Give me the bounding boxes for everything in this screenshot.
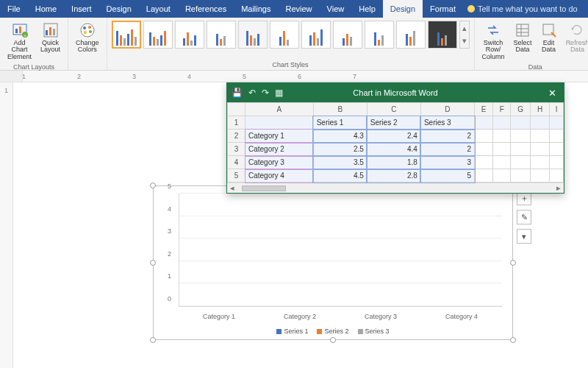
resize-handle[interactable] (150, 183, 156, 188)
change-colors-button[interactable]: Change Colors (73, 21, 102, 55)
chart-style-9[interactable] (365, 21, 394, 49)
refresh-data-button[interactable]: Refresh Data (563, 21, 588, 55)
tab-chart-format[interactable]: Format (423, 0, 463, 18)
resize-handle[interactable] (330, 337, 336, 343)
svg-text:+: + (24, 33, 26, 38)
plus-icon: ＋ (520, 193, 528, 204)
svg-rect-14 (517, 24, 528, 36)
svg-point-12 (89, 30, 92, 33)
select-data-icon (514, 22, 531, 38)
chart-data-grid[interactable]: ABCDEFGHI1Series 1Series 2Series 32Categ… (227, 102, 564, 183)
ribbon: + Add Chart Element Quick Layout Chart L… (0, 18, 588, 71)
chart-x-axis-labels: Category 1Category 2Category 3Category 4 (179, 313, 502, 320)
select-data-button[interactable]: Select Data (511, 21, 535, 55)
tab-file[interactable]: File (0, 0, 28, 18)
ruler-vertical: 1 (0, 82, 13, 368)
tab-chart-design[interactable]: Design (383, 0, 423, 18)
tab-design[interactable]: Design (99, 0, 139, 18)
chart-styles-gallery: ▴▾ (112, 21, 470, 49)
tab-view[interactable]: View (320, 0, 352, 18)
chart-legend: Series 1 Series 2 Series 3 (154, 328, 512, 335)
chart-style-10[interactable] (396, 21, 426, 49)
edit-data-icon (541, 22, 557, 38)
chart-data-titlebar[interactable]: 💾 ↶ ↷ ▦ Chart in Microsoft Word ✕ (227, 83, 564, 102)
chevron-up-icon: ▴ (462, 24, 467, 33)
add-chart-element-button[interactable]: + Add Chart Element (4, 21, 35, 62)
refresh-icon (569, 22, 585, 38)
chart-style-4[interactable] (207, 21, 236, 49)
svg-point-9 (81, 24, 94, 37)
tab-mailings[interactable]: Mailings (234, 0, 278, 18)
chart-object[interactable]: ＋ ✎ ▾ 012345 Category 1Category 2Categor… (153, 185, 513, 340)
scroll-left-icon[interactable]: ◂ (227, 183, 237, 193)
tab-references[interactable]: References (178, 0, 234, 18)
chart-style-2[interactable] (143, 21, 173, 49)
document-page[interactable]: ＋ ✎ ▾ 012345 Category 1Category 2Categor… (13, 82, 588, 368)
chart-style-11[interactable] (428, 21, 457, 49)
tab-help[interactable]: Help (351, 0, 383, 18)
chart-styles-more[interactable]: ▴▾ (459, 21, 470, 49)
tab-layout[interactable]: Layout (139, 0, 178, 18)
chart-data-window[interactable]: 💾 ↶ ↷ ▦ Chart in Microsoft Word ✕ ABCDEF… (226, 82, 564, 194)
svg-point-11 (88, 26, 91, 29)
tell-me-search[interactable]: Tell me what you want to do (467, 0, 578, 18)
chart-data-title: Chart in Microsoft Word (227, 88, 564, 97)
brush-icon: ✎ (521, 213, 528, 222)
chevron-down-icon: ▾ (462, 36, 467, 46)
chart-plot-area: 012345 (179, 194, 502, 307)
palette-icon (79, 22, 96, 38)
chart-data-scrollbar[interactable]: ◂ ▸ (227, 183, 564, 193)
tab-review[interactable]: Review (279, 0, 320, 18)
chart-filters-button[interactable]: ▾ (517, 229, 531, 244)
resize-handle[interactable] (510, 337, 516, 343)
ruler-horizontal: 1 2 3 4 5 6 7 (0, 71, 588, 82)
quick-layout-button[interactable]: Quick Layout (37, 21, 63, 55)
group-label-layouts: Chart Layouts (13, 63, 54, 71)
svg-rect-7 (49, 27, 51, 35)
group-chart-layouts: + Add Chart Element Quick Layout Chart L… (0, 18, 68, 70)
workspace: 1 ＋ ✎ ▾ 012345 Category 1Category 2Categ… (0, 82, 588, 368)
chart-style-7[interactable] (301, 21, 331, 49)
chart-style-6[interactable] (270, 21, 299, 49)
bulb-icon (467, 5, 475, 13)
tab-home[interactable]: Home (28, 0, 64, 18)
group-data: Switch Row/ Column Select Data Edit Data… (475, 18, 588, 70)
svg-rect-6 (46, 30, 48, 35)
group-label-data: Data (528, 63, 542, 71)
svg-rect-8 (53, 29, 55, 35)
group-change-colors: Change Colors (68, 18, 107, 70)
chart-style-1[interactable] (112, 21, 141, 49)
group-chart-styles: ▴▾ Chart Styles (107, 18, 475, 70)
add-chart-element-icon: + (12, 22, 28, 38)
svg-point-10 (83, 26, 86, 29)
switch-row-column-button[interactable]: Switch Row/ Column (479, 21, 508, 62)
edit-data-button[interactable]: Edit Data (538, 21, 560, 55)
resize-handle[interactable] (150, 260, 156, 266)
chart-style-5[interactable] (238, 21, 268, 49)
menu-tabs: File Home Insert Design Layout Reference… (0, 0, 588, 18)
resize-handle[interactable] (510, 260, 516, 266)
svg-point-13 (84, 31, 87, 34)
tab-insert[interactable]: Insert (64, 0, 99, 18)
funnel-icon: ▾ (522, 232, 526, 241)
chart-style-8[interactable] (333, 21, 362, 49)
resize-handle[interactable] (150, 337, 156, 343)
tell-me-label: Tell me what you want to do (478, 4, 578, 13)
scroll-right-icon[interactable]: ▸ (553, 183, 564, 193)
scroll-thumb[interactable] (242, 185, 286, 191)
chart-style-3[interactable] (175, 21, 204, 49)
group-label-styles: Chart Styles (273, 61, 309, 68)
svg-rect-2 (19, 26, 21, 33)
quick-layout-icon (43, 22, 59, 38)
switch-icon (485, 22, 501, 38)
svg-rect-1 (15, 29, 18, 33)
chart-styles-button[interactable]: ✎ (517, 210, 531, 224)
